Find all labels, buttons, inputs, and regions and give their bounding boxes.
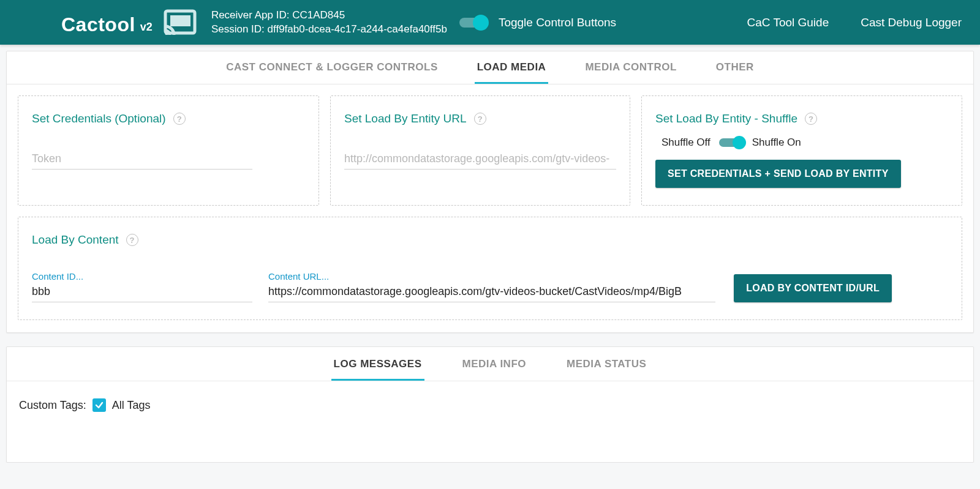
send-load-by-entity-button[interactable]: SET CREDENTIALS + SEND LOAD BY ENTITY [655, 160, 901, 188]
toggle-control-buttons[interactable]: Toggle Control Buttons [459, 16, 616, 29]
log-tabs: LOG MESSAGES MEDIA INFO MEDIA STATUS [7, 347, 973, 381]
content-url-label: Content URL... [268, 271, 715, 282]
tab-other[interactable]: OTHER [714, 61, 756, 84]
tab-load-media[interactable]: LOAD MEDIA [475, 61, 549, 84]
help-icon[interactable]: ? [474, 113, 486, 125]
app-name: Cactool [61, 13, 135, 36]
content-id-label: Content ID... [32, 271, 252, 282]
card-title-load-content: Load By Content [32, 233, 119, 247]
link-cac-guide[interactable]: CaC Tool Guide [747, 16, 829, 29]
card-title-entity-shuffle: Set Load By Entity - Shuffle [655, 112, 797, 125]
link-cast-debug-logger[interactable]: Cast Debug Logger [861, 16, 962, 29]
token-input[interactable] [32, 150, 252, 170]
tab-cast-connect[interactable]: CAST CONNECT & LOGGER CONTROLS [224, 61, 440, 84]
receiver-label: Receiver App ID: [211, 9, 290, 21]
content-id-input[interactable] [32, 283, 252, 302]
log-panel: LOG MESSAGES MEDIA INFO MEDIA STATUS Cus… [6, 346, 974, 463]
svg-rect-1 [170, 15, 190, 26]
main-tabs: CAST CONNECT & LOGGER CONTROLS LOAD MEDI… [7, 51, 973, 84]
app-version: v2 [140, 21, 153, 34]
tab-media-control[interactable]: MEDIA CONTROL [582, 61, 679, 84]
card-load-by-content: Load By Content ? Content ID... Content … [18, 217, 962, 320]
all-tags-checkbox[interactable] [92, 398, 106, 412]
content-id-field: Content ID... [32, 271, 252, 302]
log-tab-media-info[interactable]: MEDIA INFO [460, 358, 529, 381]
help-icon[interactable]: ? [126, 234, 138, 246]
toggle-label: Toggle Control Buttons [499, 16, 616, 29]
session-value: dff9fab0-dcea-4c17-a244-ca4efa40ff5b [268, 23, 447, 35]
cast-icon [164, 9, 197, 37]
help-icon[interactable]: ? [173, 113, 186, 125]
card-row: Set Credentials (Optional) ? Set Load By… [7, 84, 973, 206]
session-info: Receiver App ID: CC1AD845 Session ID: df… [211, 9, 447, 37]
load-by-content-button[interactable]: LOAD BY CONTENT ID/URL [734, 274, 892, 302]
content-url-field: Content URL... [268, 271, 715, 302]
card-entity-url: Set Load By Entity URL ? [330, 95, 630, 206]
log-tab-messages[interactable]: LOG MESSAGES [331, 358, 424, 381]
receiver-value: CC1AD845 [292, 9, 345, 21]
entity-url-input[interactable] [344, 150, 616, 170]
content-url-input[interactable] [268, 283, 715, 302]
custom-tags-label: Custom Tags: [19, 399, 86, 412]
card-title-entity-url: Set Load By Entity URL [344, 112, 467, 125]
session-label: Session ID: [211, 23, 265, 35]
main-panel: CAST CONNECT & LOGGER CONTROLS LOAD MEDI… [6, 51, 974, 333]
card-entity-shuffle: Set Load By Entity - Shuffle ? Shuffle O… [641, 95, 962, 206]
card-title-credentials: Set Credentials (Optional) [32, 112, 166, 125]
shuffle-on-label: Shuffle On [752, 136, 801, 149]
card-set-credentials: Set Credentials (Optional) ? [18, 95, 319, 206]
top-bar: Cactool v2 Receiver App ID: CC1AD845 Ses… [0, 0, 980, 45]
shuffle-toggle[interactable] [719, 138, 744, 147]
all-tags-label: All Tags [112, 399, 151, 412]
help-icon[interactable]: ? [805, 113, 817, 125]
log-tab-media-status[interactable]: MEDIA STATUS [564, 358, 649, 381]
app-logo: Cactool v2 [61, 9, 197, 36]
toggle-switch[interactable] [459, 18, 486, 28]
shuffle-off-label: Shuffle Off [662, 136, 710, 149]
